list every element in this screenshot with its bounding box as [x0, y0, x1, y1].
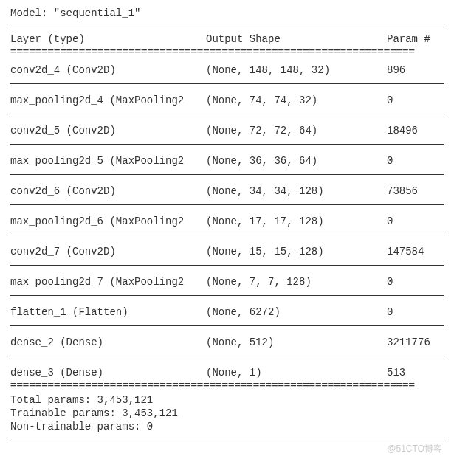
cell-shape: (None, 7, 7, 128) — [206, 276, 387, 288]
cell-shape: (None, 17, 17, 128) — [206, 215, 387, 227]
cell-layer: max_pooling2d_4 (MaxPooling2 — [10, 94, 206, 106]
table-row: max_pooling2d_5 (MaxPooling2(None, 36, 3… — [10, 149, 444, 170]
cell-param: 896 — [387, 64, 444, 76]
nontrainable-params: Non-trainable params: 0 — [10, 420, 444, 433]
table-header: Layer (type) Output Shape Param # — [10, 29, 444, 48]
rule-top — [10, 24, 444, 24]
table-row: max_pooling2d_6 (MaxPooling2(None, 17, 1… — [10, 210, 444, 230]
summary-footer: Total params: 3,453,121 Trainable params… — [10, 392, 444, 433]
table-row: flatten_1 (Flatten)(None, 6272)0 — [10, 300, 444, 321]
cell-layer: max_pooling2d_5 (MaxPooling2 — [10, 155, 206, 167]
cell-shape: (None, 148, 148, 32) — [206, 64, 387, 76]
row-divider — [10, 204, 444, 205]
row-divider — [10, 144, 444, 145]
cell-shape: (None, 74, 74, 32) — [206, 94, 387, 106]
cell-param: 0 — [387, 276, 444, 288]
rule-double-top: ========================================… — [10, 48, 444, 58]
table-row: conv2d_5 (Conv2D)(None, 72, 72, 64)18496 — [10, 119, 444, 139]
rule-double-bottom: ========================================… — [10, 382, 444, 392]
cell-param: 0 — [387, 215, 444, 227]
cell-shape: (None, 34, 34, 128) — [206, 185, 387, 197]
trainable-params: Trainable params: 3,453,121 — [10, 407, 444, 420]
row-divider — [10, 235, 444, 235]
cell-layer: conv2d_4 (Conv2D) — [10, 64, 206, 76]
cell-shape: (None, 72, 72, 64) — [206, 125, 387, 137]
cell-shape: (None, 15, 15, 128) — [206, 246, 387, 258]
header-layer: Layer (type) — [10, 33, 206, 45]
cell-shape: (None, 512) — [206, 337, 387, 348]
cell-param: 73856 — [387, 185, 444, 197]
cell-layer: conv2d_5 (Conv2D) — [10, 125, 206, 137]
table-row: dense_2 (Dense)(None, 512)3211776 — [10, 331, 444, 351]
cell-layer: dense_3 (Dense) — [10, 367, 206, 379]
cell-param: 0 — [387, 155, 444, 167]
header-param: Param # — [387, 33, 444, 45]
row-divider — [10, 174, 444, 175]
table-row: max_pooling2d_7 (MaxPooling2(None, 7, 7,… — [10, 270, 444, 291]
cell-shape: (None, 36, 36, 64) — [206, 155, 387, 167]
table-row: conv2d_6 (Conv2D)(None, 34, 34, 128)7385… — [10, 179, 444, 200]
row-divider — [10, 325, 444, 326]
watermark: @51CTO博客 — [387, 443, 442, 450]
cell-param: 0 — [387, 306, 444, 318]
model-title: Model: "sequential_1" — [10, 7, 444, 19]
cell-param: 18496 — [387, 125, 444, 137]
row-divider — [10, 83, 444, 84]
cell-layer: flatten_1 (Flatten) — [10, 306, 206, 318]
cell-layer: dense_2 (Dense) — [10, 337, 206, 348]
cell-param: 513 — [387, 367, 444, 379]
cell-layer: conv2d_6 (Conv2D) — [10, 185, 206, 197]
table-row: dense_3 (Dense)(None, 1)513 — [10, 361, 444, 382]
cell-layer: conv2d_7 (Conv2D) — [10, 246, 206, 258]
row-divider — [10, 356, 444, 356]
header-shape: Output Shape — [206, 33, 387, 45]
cell-param: 147584 — [387, 246, 444, 258]
cell-shape: (None, 6272) — [206, 306, 387, 318]
cell-layer: max_pooling2d_6 (MaxPooling2 — [10, 215, 206, 227]
row-divider — [10, 114, 444, 114]
cell-layer: max_pooling2d_7 (MaxPooling2 — [10, 276, 206, 288]
table-row: conv2d_7 (Conv2D)(None, 15, 15, 128)1475… — [10, 240, 444, 261]
cell-shape: (None, 1) — [206, 367, 387, 379]
rule-bottom — [10, 438, 444, 438]
row-divider — [10, 265, 444, 266]
row-divider — [10, 295, 444, 296]
table-row: max_pooling2d_4 (MaxPooling2(None, 74, 7… — [10, 89, 444, 109]
total-params: Total params: 3,453,121 — [10, 393, 444, 407]
cell-param: 0 — [387, 94, 444, 106]
table-row: conv2d_4 (Conv2D)(None, 148, 148, 32)896 — [10, 58, 444, 79]
cell-param: 3211776 — [387, 337, 444, 348]
